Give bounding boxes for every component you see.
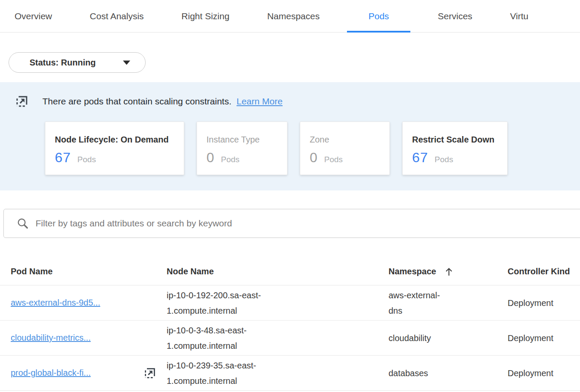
tab-namespaces[interactable]: Namespaces [257, 0, 330, 32]
table-row: aws-external-dns-9d5... ip-10-0-192-200.… [0, 285, 580, 321]
search-input[interactable] [35, 218, 580, 229]
card-zone[interactable]: Zone 0 Pods [300, 122, 390, 175]
card-value: 0 [310, 150, 318, 166]
namespace-cell: aws-external-dns [389, 288, 448, 318]
learn-more-link[interactable]: Learn More [236, 96, 282, 107]
scale-out-icon [144, 367, 156, 380]
tab-right-sizing[interactable]: Right Sizing [171, 0, 240, 32]
card-value: 67 [55, 150, 71, 166]
card-instance-type[interactable]: Instance Type 0 Pods [197, 122, 287, 175]
controller-kind-cell: Deployment [508, 330, 580, 346]
card-unit: Pods [221, 155, 239, 164]
node-name-cell: ip-10-0-3-48.sa-east-1.compute.internal [167, 323, 274, 353]
card-title: Instance Type [206, 135, 277, 145]
card-title: Restrict Scale Down [412, 135, 497, 145]
controller-kind-cell: Deployment [508, 295, 580, 311]
card-unit: Pods [324, 155, 343, 164]
tab-pods[interactable]: Pods [347, 0, 410, 32]
pods-table: Pod Name Node Name Namespace Controller … [0, 258, 580, 391]
column-header-pod-name[interactable]: Pod Name [11, 267, 167, 276]
card-title: Node Lifecycle: On Demand [55, 135, 173, 145]
constraint-cards: Node Lifecycle: On Demand 67 Pods Instan… [45, 122, 580, 175]
namespace-cell: cloudability [389, 330, 448, 346]
node-name-cell: ip-10-0-192-200.sa-east-1.compute.intern… [167, 288, 274, 318]
tab-bar: Overview Cost Analysis Right Sizing Name… [0, 0, 580, 33]
filter-row: Status: Running [9, 52, 580, 73]
search-icon [17, 217, 29, 229]
status-filter-dropdown[interactable]: Status: Running [9, 52, 146, 73]
table-row: prod-global-black-fi... ip-10-0-239-35.s… [0, 356, 580, 391]
node-name-cell: ip-10-0-239-35.sa-east-1.compute.interna… [167, 358, 274, 389]
card-node-lifecycle[interactable]: Node Lifecycle: On Demand 67 Pods [45, 122, 184, 175]
card-value: 67 [412, 150, 428, 166]
column-header-node-name[interactable]: Node Name [167, 267, 389, 276]
chevron-down-icon [123, 60, 131, 65]
card-unit: Pods [435, 155, 453, 164]
tab-cost-analysis[interactable]: Cost Analysis [80, 0, 154, 32]
column-header-controller-kind[interactable]: Controller Kind [508, 267, 580, 276]
tab-services[interactable]: Services [428, 0, 483, 32]
pod-name-link[interactable]: prod-global-black-fi... [11, 368, 91, 378]
pod-name-link[interactable]: aws-external-dns-9d5... [11, 298, 100, 308]
banner-message: There are pods that contain scaling cons… [42, 96, 231, 107]
card-value: 0 [206, 150, 215, 166]
table-header-row: Pod Name Node Name Namespace Controller … [0, 258, 580, 285]
status-filter-label: Status: Running [30, 58, 123, 68]
controller-kind-cell: Deployment [508, 365, 580, 381]
scale-out-icon [15, 95, 29, 108]
table-row: cloudability-metrics... ip-10-0-3-48.sa-… [0, 321, 580, 356]
card-title: Zone [310, 135, 379, 145]
namespace-cell: databases [389, 365, 448, 381]
card-unit: Pods [78, 155, 96, 164]
tab-virtual[interactable]: Virtu [500, 0, 539, 32]
scaling-constraints-banner: There are pods that contain scaling cons… [0, 82, 580, 190]
tab-overview[interactable]: Overview [4, 0, 63, 32]
pod-name-link[interactable]: cloudability-metrics... [11, 333, 91, 343]
card-restrict-scale-down[interactable]: Restrict Scale Down 67 Pods [402, 122, 508, 175]
column-header-namespace[interactable]: Namespace [389, 267, 508, 276]
sort-ascending-icon [445, 267, 453, 276]
search-bar [3, 209, 580, 238]
